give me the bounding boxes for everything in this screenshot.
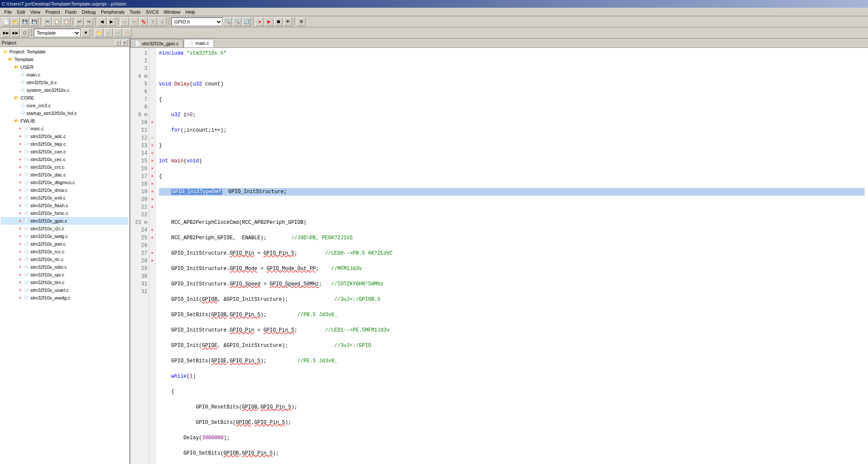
- copy-button[interactable]: 📋: [53, 18, 61, 26]
- bookmark-button[interactable]: 🔖: [139, 18, 148, 26]
- build-btn[interactable]: ▶▶: [2, 29, 10, 37]
- rcc-icon: 📄: [23, 248, 29, 255]
- tree-spi[interactable]: ✕ 📄 stm32f10x_spi.c: [1, 271, 129, 279]
- tree-system[interactable]: 📄 system_stm32f10x.c: [1, 86, 129, 94]
- sep7: [294, 18, 295, 26]
- ln-3: 3: [132, 65, 147, 73]
- step-btn[interactable]: →: [114, 29, 122, 37]
- tree-user[interactable]: 📂 USER: [1, 63, 129, 71]
- tree-main-c[interactable]: 📄 main.c: [1, 71, 129, 79]
- menu-window[interactable]: Window: [161, 9, 183, 15]
- stop-button[interactable]: ⏹: [274, 18, 283, 26]
- project-minimize-btn[interactable]: −: [115, 40, 121, 46]
- nav-back-button[interactable]: ◀: [98, 18, 106, 26]
- tree-pwr[interactable]: ✕ 📄 stm32f10x_pwr.c: [1, 240, 129, 248]
- tree-misc[interactable]: ✕ 📄 misc.c: [1, 125, 129, 132]
- tree-cec[interactable]: ✕ 📄 stm32f10x_cec.c: [1, 156, 129, 163]
- menu-flash[interactable]: Flash: [63, 9, 79, 15]
- tree-tim[interactable]: ✕ 📄 stm32f10x_tim.c: [1, 279, 129, 286]
- save-all-button[interactable]: 💾: [30, 18, 38, 26]
- tree-bkp[interactable]: ✕ 📄 stm32f10x_bkp.c: [1, 140, 129, 148]
- iwdg-icon: 📄: [23, 233, 29, 240]
- project-close-btn[interactable]: ×: [122, 40, 128, 46]
- ln-15: 15: [132, 157, 147, 165]
- find-button[interactable]: 🔍: [223, 18, 232, 26]
- manage-btn[interactable]: 📁: [95, 29, 103, 37]
- ec-27: ✕: [150, 250, 155, 257]
- tree-crc[interactable]: ✕ 📄 stm32f10x_crc.c: [1, 163, 129, 171]
- tree-startup[interactable]: 📄 startup_stm32f10x_hd.s: [1, 109, 129, 117]
- tree-flash[interactable]: ✕ 📄 stm32f10x_flash.c: [1, 202, 129, 209]
- tree-gpio[interactable]: ✕ 📄 stm32f10x_gpio.c: [1, 217, 129, 225]
- sep2: [73, 18, 73, 26]
- menu-help[interactable]: Help: [183, 9, 198, 15]
- tree-fsmc[interactable]: ✕ 📄 stm32f10x_fsmc.c: [1, 209, 129, 217]
- indent-button[interactable]: →: [120, 18, 129, 26]
- menu-view[interactable]: View: [28, 9, 43, 15]
- tree-adc[interactable]: ✕ 📄 stm32f10x_adc.c: [1, 132, 129, 140]
- tree-core-cm3[interactable]: 📄 core_cm3.c: [1, 102, 129, 109]
- menu-peripherals[interactable]: Peripherals: [98, 9, 127, 15]
- tree-dbgmcu[interactable]: ✕ 📄 stm32f10x_dbgmcu.c: [1, 179, 129, 186]
- tree-i2c[interactable]: ✕ 📄 stm32f10x_i2c.c: [1, 225, 129, 232]
- code-content[interactable]: #include "stm32f10x.h" void Delay(u32 co…: [155, 48, 868, 464]
- target-options-btn[interactable]: ▼: [82, 29, 90, 37]
- save-button[interactable]: 💾: [21, 18, 29, 26]
- tab-main[interactable]: 📄 main.c: [184, 39, 214, 47]
- find2-button[interactable]: 🔍: [233, 18, 241, 26]
- view-button[interactable]: 👁: [284, 18, 292, 26]
- tree-rcc[interactable]: ✕ 📄 stm32f10x_rcc.c: [1, 248, 129, 255]
- cut-button[interactable]: ✂: [43, 18, 52, 26]
- menu-svcs[interactable]: SVCS: [143, 9, 161, 15]
- tree-fwlib[interactable]: 📂 FWLIB: [1, 117, 129, 125]
- code-line-1: #include "stm32f10x.h": [159, 50, 865, 57]
- tree-usart[interactable]: ✕ 📄 stm32f10x_usart.c: [1, 286, 129, 294]
- tree-wwdg[interactable]: ✕ 📄 stm32f10x_wwdg.c: [1, 294, 129, 302]
- target-select[interactable]: Template: [34, 29, 81, 37]
- nav-fwd-button[interactable]: ▶: [107, 18, 116, 26]
- tree-dac[interactable]: ✕ 📄 stm32f10x_dac.c: [1, 171, 129, 179]
- menu-debug[interactable]: Debug: [79, 9, 98, 15]
- tree-can[interactable]: ✕ 📄 stm32f10x_can.c: [1, 148, 129, 156]
- prev-bookmark-button[interactable]: ↑: [149, 18, 157, 26]
- tree-core[interactable]: 📂 CORE: [1, 94, 129, 102]
- code-line-6: for(;i<count;i++);: [159, 126, 865, 134]
- paste-button[interactable]: 📋: [62, 18, 70, 26]
- dac-icon: 📄: [23, 171, 29, 178]
- reset-btn[interactable]: ↺: [123, 29, 132, 37]
- undo-button[interactable]: ↩: [75, 18, 84, 26]
- tree-exti[interactable]: ✕ 📄 stm32f10x_exti.c: [1, 194, 129, 202]
- tree-root[interactable]: 📁 Project: Template: [1, 48, 129, 56]
- tree-stm32-it[interactable]: 📄 stm32f10x_it.c: [1, 79, 129, 86]
- open-file-button[interactable]: 📂: [11, 18, 20, 26]
- rebuild-btn[interactable]: ▶▶: [11, 29, 20, 37]
- debug-btn[interactable]: ⬡: [21, 29, 29, 37]
- code-editor[interactable]: 1 2 3 4 ⊟ 5 6 7 8 9 ⊟ 10 11 12 13 14 15 …: [130, 48, 868, 464]
- tab-gpio[interactable]: 📄 stm32f10x_gpio.c: [130, 39, 183, 47]
- redo-button[interactable]: ↪: [85, 18, 93, 26]
- rtc-error-dot: ✕: [19, 258, 22, 261]
- replace-button[interactable]: 🔄: [242, 18, 251, 26]
- tree-template[interactable]: 📂 Template: [1, 56, 129, 63]
- tree-iwdg[interactable]: ✕ 📄 stm32f10x_iwdg.c: [1, 232, 129, 240]
- dma-error-dot: ✕: [19, 188, 22, 192]
- outdent-button[interactable]: ←: [130, 18, 138, 26]
- run-button[interactable]: ▶: [265, 18, 273, 26]
- file-select[interactable]: GPIO.h: [171, 18, 223, 26]
- exti-icon: 📄: [23, 194, 29, 201]
- menu-tools[interactable]: Tools: [127, 9, 144, 15]
- breakpoint-button[interactable]: ●: [255, 18, 264, 26]
- tree-dma[interactable]: ✕ 📄 stm32f10x_dma.c: [1, 186, 129, 194]
- settings-button[interactable]: ⚙: [297, 18, 305, 26]
- menu-edit[interactable]: Edit: [15, 9, 28, 15]
- tree-sdio[interactable]: ✕ 📄 stm32f10x_sdio.c: [1, 263, 129, 271]
- download-btn[interactable]: ↓: [104, 29, 113, 37]
- menu-file[interactable]: File: [2, 9, 15, 15]
- next-bookmark-button[interactable]: ↓: [158, 18, 167, 26]
- new-file-button[interactable]: 📄: [2, 18, 10, 26]
- sdio-icon: 📄: [23, 264, 29, 270]
- menu-project[interactable]: Project: [43, 9, 62, 15]
- tree-rtc[interactable]: ✕ 📄 stm32f10x_rtc.c: [1, 255, 129, 263]
- ec-28: ✕: [150, 257, 155, 265]
- tree-dma-label: stm32f10x_dma.c: [30, 188, 67, 193]
